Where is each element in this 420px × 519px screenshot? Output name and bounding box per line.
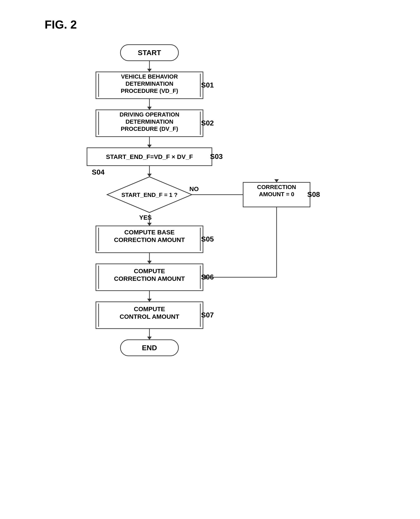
svg-marker-12: [147, 107, 152, 110]
svg-marker-21: [147, 145, 152, 148]
flowchart-svg: STARTVEHICLE BEHAVIORDETERMINATIONPROCED…: [31, 38, 410, 519]
svg-marker-32: [147, 223, 152, 226]
svg-text:START_END_F = 1 ?: START_END_F = 1 ?: [121, 191, 178, 198]
svg-text:START: START: [138, 49, 161, 57]
svg-marker-26: [147, 174, 152, 177]
svg-text:VEHICLE BEHAVIOR: VEHICLE BEHAVIOR: [121, 73, 178, 80]
svg-text:S07: S07: [201, 311, 214, 319]
svg-text:S02: S02: [201, 119, 214, 127]
svg-text:S08: S08: [307, 191, 320, 198]
figure-title: FIG. 2: [45, 18, 389, 31]
svg-text:CORRECTION AMOUNT: CORRECTION AMOUNT: [114, 275, 185, 282]
svg-text:NO: NO: [189, 185, 199, 192]
svg-text:S04: S04: [92, 168, 105, 176]
svg-text:YES: YES: [139, 214, 152, 221]
svg-text:START_END_F=VD_F × DV_F: START_END_F=VD_F × DV_F: [106, 153, 193, 160]
svg-text:DRIVING OPERATION: DRIVING OPERATION: [120, 111, 179, 118]
svg-marker-48: [147, 299, 152, 302]
svg-text:AMOUNT = 0: AMOUNT = 0: [259, 191, 294, 198]
svg-text:PROCEDURE (VD_F): PROCEDURE (VD_F): [121, 87, 178, 94]
svg-text:PROCEDURE (DV_F): PROCEDURE (DV_F): [121, 125, 178, 132]
svg-text:DETERMINATION: DETERMINATION: [126, 118, 173, 125]
svg-text:COMPUTE BASE: COMPUTE BASE: [124, 229, 175, 236]
svg-marker-40: [147, 261, 152, 264]
svg-text:CORRECTION: CORRECTION: [257, 184, 296, 191]
svg-text:COMPUTE: COMPUTE: [134, 268, 165, 275]
svg-text:S05: S05: [201, 235, 214, 243]
svg-text:CONTROL AMOUNT: CONTROL AMOUNT: [120, 313, 179, 320]
svg-marker-3: [147, 69, 152, 72]
svg-text:DETERMINATION: DETERMINATION: [126, 80, 173, 87]
svg-text:S01: S01: [201, 81, 214, 89]
svg-marker-56: [147, 337, 152, 340]
svg-text:CORRECTION AMOUNT: CORRECTION AMOUNT: [114, 237, 185, 243]
svg-marker-62: [274, 179, 279, 182]
svg-text:END: END: [142, 344, 157, 352]
svg-text:S03: S03: [210, 153, 223, 160]
svg-text:COMPUTE: COMPUTE: [134, 305, 165, 313]
